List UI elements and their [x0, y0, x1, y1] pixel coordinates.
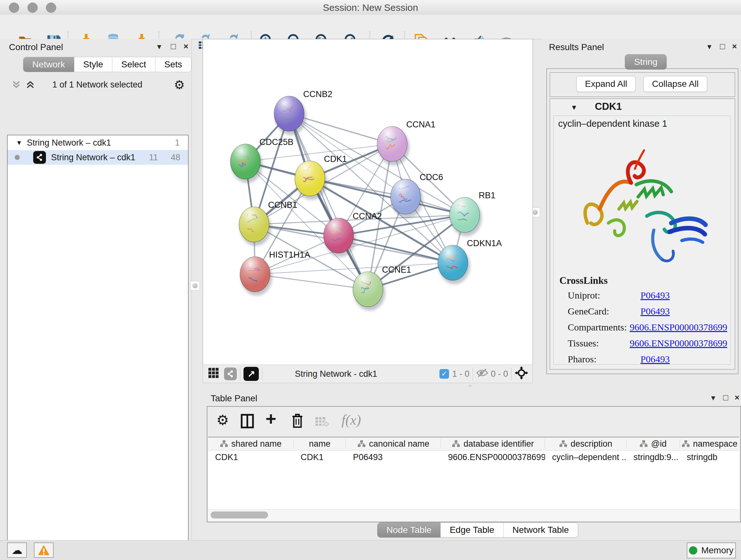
- column-header-label: name: [309, 439, 331, 449]
- control-panel-menu-icon[interactable]: ▼: [156, 43, 163, 51]
- selected-checkbox-icon[interactable]: ✓: [440, 369, 449, 379]
- selected-nodes-count: 1 - 0: [452, 369, 469, 379]
- column-type-icon: [452, 440, 460, 448]
- table-cell[interactable]: stringdb: [680, 452, 739, 462]
- scrollbar-thumb[interactable]: [211, 511, 268, 518]
- memory-button[interactable]: Memory: [687, 543, 736, 558]
- collection-expander-icon[interactable]: ▼: [16, 139, 27, 146]
- table-tabs: Node TableEdge TableNetwork Table: [377, 522, 578, 538]
- tab-select[interactable]: Select: [112, 57, 155, 72]
- title-bar: Session: New Session: [0, 0, 741, 15]
- network-canvas[interactable]: CCNB2CCNA1CDC25BCDK1CDC6RB1CCNB1CCNA2CDK…: [203, 39, 533, 365]
- collapse-all-button[interactable]: Collapse All: [643, 76, 707, 92]
- show-columns-icon[interactable]: [241, 414, 254, 430]
- network-collection-row[interactable]: ▼ String Network – cdk1 1: [8, 135, 188, 150]
- node-CDK1[interactable]: CDK1: [295, 154, 347, 200]
- tab-network[interactable]: Network: [23, 57, 74, 72]
- crosslinks-list: Uniprot:P06493GeneCard:P06493Compartment…: [568, 290, 727, 370]
- table-panel-close-icon[interactable]: ×: [735, 393, 739, 402]
- node-RB1[interactable]: RB1: [450, 191, 495, 236]
- table-cell[interactable]: stringdb:9...: [626, 452, 680, 462]
- column-header-name[interactable]: name: [293, 439, 346, 449]
- network-share-icon[interactable]: [224, 368, 237, 380]
- column-type-icon: [682, 440, 690, 448]
- table-cell[interactable]: cyclin–dependent ...: [545, 452, 626, 462]
- network-row[interactable]: String Network – cdk1 11 48: [8, 150, 188, 165]
- tab-string[interactable]: String: [625, 54, 667, 70]
- expand-all-networks-icon[interactable]: [25, 80, 35, 91]
- column-header-description[interactable]: description: [545, 439, 626, 449]
- pan-crosshair-icon[interactable]: [515, 366, 528, 382]
- table-panel-menu-icon[interactable]: ▼: [710, 394, 717, 402]
- network-edge-count: 48: [171, 152, 180, 163]
- node-CCNE1[interactable]: CCNE1: [353, 265, 411, 311]
- crosslink-label: Tissues:: [568, 338, 630, 349]
- column-header-database-identifier[interactable]: database identifier: [441, 439, 545, 449]
- column-header-shared-name[interactable]: shared name: [208, 439, 293, 449]
- memory-label: Memory: [701, 545, 733, 556]
- warning-icon: [37, 544, 50, 556]
- node-CDC25B[interactable]: CDC25B: [230, 137, 293, 183]
- network-graph[interactable]: CCNB2CCNA1CDC25BCDK1CDC6RB1CCNB1CCNA2CDK…: [203, 39, 533, 365]
- tab-style[interactable]: Style: [74, 57, 112, 72]
- collection-name: String Network – cdk1: [27, 138, 175, 148]
- column-header-label: shared name: [231, 439, 282, 449]
- column-type-icon: [220, 440, 228, 448]
- results-panel-float-icon[interactable]: □: [720, 42, 725, 51]
- warning-button[interactable]: [34, 543, 54, 558]
- grid-view-icon[interactable]: [208, 368, 219, 381]
- node-label-CDC6: CDC6: [420, 172, 443, 182]
- node-CCNA2[interactable]: CCNA2: [324, 211, 382, 257]
- results-panel-menu-icon[interactable]: ▼: [706, 43, 713, 51]
- expand-all-button[interactable]: Expand All: [576, 76, 636, 92]
- delete-table-icon: [315, 416, 329, 428]
- tab-node-table[interactable]: Node Table: [378, 523, 441, 537]
- node-CCNB2[interactable]: CCNB2: [274, 89, 333, 135]
- column-header-canonical-name[interactable]: canonical name: [346, 439, 441, 449]
- create-column-icon[interactable]: +: [266, 408, 276, 429]
- tab-edge-table[interactable]: Edge Table: [441, 523, 503, 537]
- table-horizontal-scrollbar[interactable]: [208, 509, 739, 521]
- crosslinks-title: CrossLinks: [559, 275, 608, 287]
- node-CDC6[interactable]: CDC6: [391, 172, 443, 218]
- left-splitter-handle[interactable]: [190, 281, 200, 291]
- collapse-all-networks-icon[interactable]: [11, 80, 21, 91]
- results-panel-close-icon[interactable]: ×: [732, 42, 737, 51]
- table-gear-icon[interactable]: ⚙: [216, 412, 229, 428]
- crosslink-label: Pharos:: [568, 354, 641, 365]
- protein-expander-icon[interactable]: ▼: [570, 104, 578, 112]
- node-label-CCNA1: CCNA1: [406, 120, 435, 129]
- column-header-label: @id: [651, 439, 666, 449]
- crosslink-link[interactable]: 9606.ENSP00000378699: [630, 322, 727, 333]
- column-header--id[interactable]: @id: [626, 439, 680, 449]
- control-panel-float-icon[interactable]: □: [171, 42, 176, 51]
- column-header-namespace[interactable]: namespace: [680, 439, 739, 449]
- column-header-label: description: [570, 439, 612, 449]
- network-panel-gear-icon[interactable]: ⚙: [174, 78, 185, 92]
- table-row[interactable]: CDK1CDK1P064939606.ENSP00000378699cyclin…: [208, 450, 739, 464]
- table-cell[interactable]: CDK1: [208, 452, 293, 462]
- table-cell[interactable]: 9606.ENSP00000378699: [441, 452, 545, 462]
- delete-column-trash-icon[interactable]: [291, 413, 304, 430]
- crosslink-row: GeneCard:P06493: [568, 306, 727, 317]
- table-header-row: shared namenamecanonical namedatabase id…: [208, 437, 739, 450]
- current-network-title: String Network - cdk1: [295, 369, 377, 379]
- crosslink-link[interactable]: P06493: [641, 306, 670, 317]
- table-cell[interactable]: CDK1: [293, 452, 346, 462]
- cloud-button[interactable]: ☁: [7, 543, 27, 558]
- crosslink-link[interactable]: P06493: [641, 290, 670, 301]
- crosslink-link[interactable]: P06493: [641, 354, 670, 365]
- protein-section: ▼ CDK1 cyclin–dependent kinase 1: [549, 98, 735, 370]
- table-cell[interactable]: P06493: [346, 452, 441, 462]
- control-panel-close-icon[interactable]: ×: [184, 42, 188, 51]
- crosslink-link[interactable]: 9606.ENSP00000378699: [630, 338, 727, 349]
- expand-collapse-bar: Expand All Collapse All: [549, 72, 735, 97]
- tab-sets[interactable]: Sets: [155, 57, 191, 72]
- node-CDKN1A[interactable]: CDKN1A: [438, 239, 502, 284]
- tab-network-table[interactable]: Network Table: [503, 523, 578, 537]
- crosslink-row: Pharos:P06493: [568, 354, 727, 365]
- birdseye-view-icon[interactable]: ↗: [244, 367, 259, 381]
- table-panel-float-icon[interactable]: □: [723, 393, 728, 402]
- edge-CCNB2-CCNE1[interactable]: [289, 114, 368, 289]
- main-toolbar: ?: [0, 15, 741, 39]
